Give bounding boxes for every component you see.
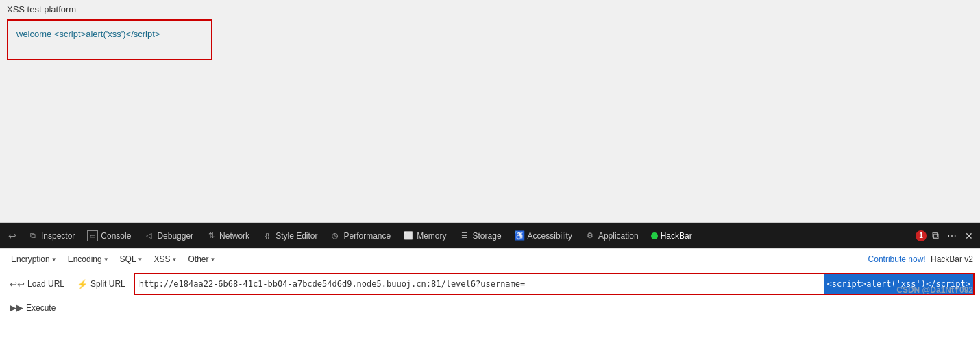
- tab-storage-label: Storage: [473, 231, 502, 241]
- responsive-icon[interactable]: ⧉: [929, 227, 942, 244]
- load-url-button[interactable]: ↩ Load URL: [5, 276, 69, 292]
- encoding-label: Encoding: [68, 254, 102, 264]
- encoding-caret: ▼: [103, 256, 109, 263]
- tab-debugger-label: Debugger: [157, 231, 193, 241]
- console-icon: ▭: [87, 230, 98, 241]
- tab-network-label: Network: [219, 231, 249, 241]
- devtools-right-controls: 1 ⧉ ⋯ ✕: [916, 227, 976, 244]
- tab-memory[interactable]: ⬜ Memory: [397, 226, 452, 246]
- url-input-container: <script>alert('xss')</script>: [134, 273, 975, 295]
- sql-caret: ▼: [138, 256, 143, 263]
- perf-icon: [330, 230, 341, 241]
- csdn-watermark: CSDN @Da1NtY092: [896, 285, 973, 295]
- more-options-icon[interactable]: ⋯: [944, 228, 959, 244]
- xss-label: XSS: [154, 254, 171, 264]
- page-title: XSS test platform: [0, 0, 980, 17]
- tab-hackbar[interactable]: HackBar: [646, 226, 698, 246]
- encryption-caret: ▼: [51, 256, 57, 263]
- url-input[interactable]: [135, 274, 973, 294]
- other-label: Other: [188, 254, 208, 264]
- hackbar-menu-sql[interactable]: SQL ▼: [116, 252, 147, 266]
- execute-button[interactable]: ▶ Execute: [5, 300, 60, 315]
- hackbar-bottom-row: ▶ Execute: [0, 298, 980, 318]
- tab-perf-label: Performance: [343, 231, 391, 241]
- tab-debugger[interactable]: ◁ Debugger: [138, 226, 199, 246]
- hackbar-menu-other[interactable]: Other ▼: [184, 252, 219, 266]
- hackbar-menu-encryption[interactable]: Encryption ▼: [7, 252, 61, 266]
- devtools-toolbar: ↩ Inspector ▭ Console ◁ Debugger ⇅ Netwo…: [0, 223, 980, 248]
- error-badge: 1: [916, 230, 927, 241]
- close-devtools-icon[interactable]: ✕: [962, 228, 976, 244]
- hackbar-menu-xss[interactable]: XSS ▼: [150, 252, 182, 266]
- network-icon: ⇅: [206, 230, 217, 241]
- tab-inspector[interactable]: Inspector: [22, 226, 80, 246]
- tab-hackbar-label: HackBar: [661, 231, 692, 241]
- tab-style-label: Style Editor: [275, 231, 317, 241]
- hackbar-contribute-link[interactable]: Contribute now! HackBar v2: [868, 254, 973, 264]
- hackbar-url-row: ↩ Load URL ⚡ Split URL <script>alert('xs…: [0, 270, 980, 298]
- storage-icon: ☰: [459, 230, 470, 241]
- inspector-icon: [27, 230, 38, 241]
- tab-network[interactable]: ⇅ Network: [200, 226, 255, 246]
- other-caret: ▼: [210, 256, 215, 263]
- style-icon: [262, 230, 273, 241]
- xss-caret: ▼: [172, 256, 177, 263]
- contribute-text: Contribute now!: [868, 254, 926, 264]
- hackbar-panel: Encryption ▼ Encoding ▼ SQL ▼ XSS ▼ Othe…: [0, 248, 980, 318]
- application-icon: ⚙: [585, 230, 596, 241]
- main-content-area: XSS test platform welcome <script>alert(…: [0, 0, 980, 223]
- tab-inspector-label: Inspector: [41, 231, 75, 241]
- xss-content-box: welcome <script>alert('xss')</script>: [7, 19, 212, 60]
- tab-memory-label: Memory: [417, 231, 446, 241]
- tab-accessibility[interactable]: ♿ Accessibility: [509, 226, 578, 246]
- tab-performance[interactable]: Performance: [324, 226, 396, 246]
- sql-label: SQL: [120, 254, 136, 264]
- split-url-button[interactable]: ⚡ Split URL: [73, 276, 130, 292]
- accessibility-icon: ♿: [514, 230, 525, 241]
- load-url-label: Load URL: [27, 279, 64, 289]
- memory-icon: ⬜: [403, 230, 414, 241]
- encryption-label: Encryption: [11, 254, 50, 264]
- welcome-message: welcome <script>alert('xss')</script>: [16, 29, 160, 39]
- tab-application-label: Application: [598, 231, 639, 241]
- devtools-back-icon[interactable]: ↩: [4, 226, 21, 246]
- tab-application[interactable]: ⚙ Application: [579, 226, 644, 246]
- load-url-icon: ↩: [10, 279, 25, 289]
- tab-console-label: Console: [101, 231, 131, 241]
- split-url-label: Split URL: [90, 279, 125, 289]
- tab-storage[interactable]: ☰ Storage: [454, 226, 507, 246]
- hackbar-menu-encoding[interactable]: Encoding ▼: [64, 252, 113, 266]
- execute-icon: ▶: [10, 302, 23, 313]
- execute-label: Execute: [26, 303, 56, 313]
- hackbar-dot-icon: [651, 232, 658, 239]
- tab-console[interactable]: ▭ Console: [82, 226, 136, 246]
- tab-style-editor[interactable]: Style Editor: [256, 226, 323, 246]
- debugger-icon: ◁: [143, 230, 154, 241]
- version-text: HackBar v2: [931, 254, 973, 264]
- split-url-icon: ⚡: [77, 279, 88, 289]
- hackbar-menu-row: Encryption ▼ Encoding ▼ SQL ▼ XSS ▼ Othe…: [0, 249, 980, 270]
- tab-accessibility-label: Accessibility: [528, 231, 572, 241]
